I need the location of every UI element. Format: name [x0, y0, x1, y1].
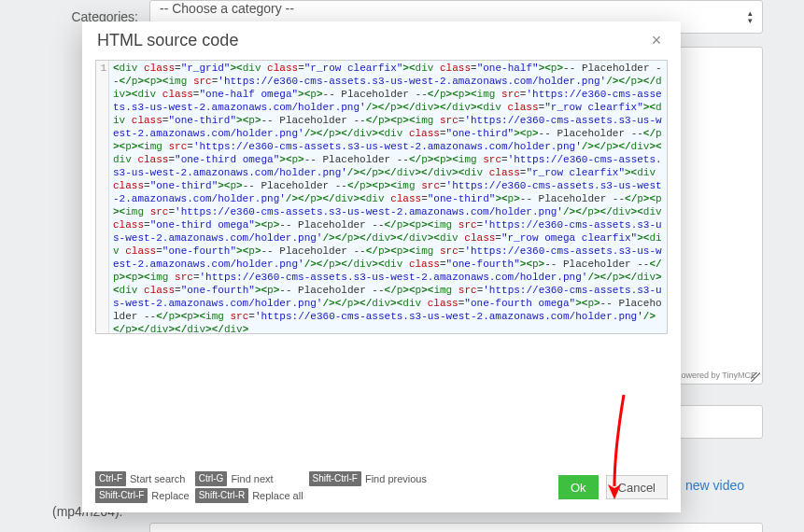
- kbd-replace: Shift-Ctrl-F: [95, 488, 148, 503]
- label-replace: Replace: [151, 489, 189, 502]
- ok-button[interactable]: Ok: [558, 475, 599, 499]
- modal-body: 1 <div class="r_grid"><div class="r_row …: [82, 58, 681, 466]
- categories-selected-value: -- Choose a category --: [160, 1, 294, 16]
- modal-header: HTML source code ×: [82, 21, 681, 58]
- kbd-find-prev: Shift-Ctrl-F: [309, 471, 361, 486]
- modal-footer: Ctrl-F Start search Shift-Ctrl-F Replace…: [82, 466, 681, 512]
- background-input-2[interactable]: [149, 523, 763, 532]
- kbd-find-next: Ctrl-G: [195, 471, 228, 486]
- html-source-modal: HTML source code × 1 <div class="r_grid"…: [82, 21, 681, 512]
- label-find-next: Find next: [231, 472, 273, 485]
- select-arrows-icon: ▴▾: [743, 9, 756, 24]
- line-number-1: 1: [96, 62, 106, 75]
- code-editor[interactable]: 1 <div class="r_grid"><div class="r_row …: [95, 60, 668, 334]
- kbd-start-search: Ctrl-F: [95, 471, 126, 486]
- resize-grip-icon[interactable]: [751, 372, 760, 382]
- label-find-prev: Find previous: [365, 472, 427, 485]
- label-replace-all: Replace all: [252, 489, 303, 502]
- cancel-button[interactable]: Cancel: [606, 475, 668, 499]
- line-gutter: 1: [96, 61, 109, 333]
- powered-by-label: Powered by TinyMCE: [675, 371, 756, 380]
- modal-title: HTML source code: [97, 31, 238, 50]
- label-start-search: Start search: [130, 472, 185, 485]
- close-icon[interactable]: ×: [647, 32, 666, 50]
- keyboard-shortcuts: Ctrl-F Start search Shift-Ctrl-F Replace…: [95, 471, 427, 503]
- kbd-replace-all: Shift-Ctrl-R: [195, 488, 248, 503]
- new-video-link[interactable]: new video: [685, 478, 744, 493]
- code-content[interactable]: <div class="r_grid"><div class="r_row cl…: [109, 61, 667, 333]
